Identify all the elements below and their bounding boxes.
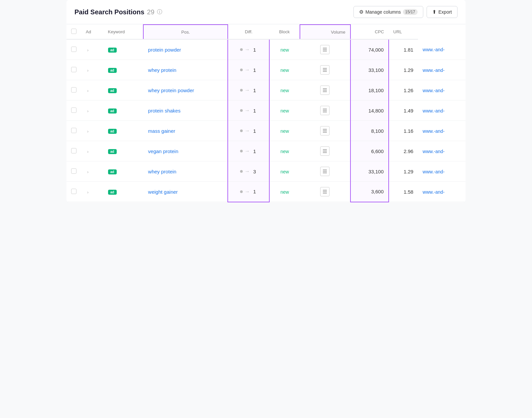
row-checkbox-cell	[66, 121, 81, 141]
expand-icon[interactable]: ›	[86, 128, 90, 134]
keyword-link[interactable]: whey protein	[148, 169, 176, 174]
block-icon	[320, 146, 330, 156]
row-volume: 18,100	[350, 80, 389, 101]
keyword-link[interactable]: weight gainer	[148, 189, 178, 195]
table-row: › ad mass gainer → 1 new	[66, 121, 466, 141]
svg-rect-18	[323, 169, 327, 170]
svg-rect-7	[323, 90, 327, 91]
row-ad-cell: ad	[103, 161, 144, 182]
expand-icon[interactable]: ›	[86, 148, 90, 155]
expand-icon[interactable]: ›	[86, 88, 90, 94]
pos-arrow: →	[245, 87, 250, 93]
expand-icon[interactable]: ›	[86, 189, 90, 195]
row-block	[300, 182, 350, 202]
row-keyword: whey protein powder	[143, 80, 228, 101]
row-volume: 6,600	[350, 141, 389, 161]
svg-rect-17	[323, 152, 327, 153]
svg-rect-14	[323, 132, 327, 133]
expand-icon[interactable]: ›	[86, 47, 90, 53]
header-pos: Pos.	[143, 25, 228, 39]
url-value[interactable]: www.-and-	[423, 88, 445, 93]
svg-rect-13	[323, 130, 327, 131]
row-ad-cell: ad	[103, 39, 144, 60]
select-all-checkbox[interactable]	[71, 29, 76, 34]
row-expand: ›	[81, 182, 103, 202]
svg-rect-12	[323, 129, 327, 130]
row-cpc: 1.49	[389, 101, 418, 121]
expand-icon[interactable]: ›	[86, 67, 90, 74]
row-expand: ›	[81, 80, 103, 101]
header-cpc: CPC	[350, 25, 389, 39]
row-checkbox[interactable]	[71, 148, 76, 153]
row-checkbox[interactable]	[71, 107, 76, 113]
export-button[interactable]: ⬆ Export	[427, 6, 458, 18]
volume-value: 33,100	[368, 67, 384, 73]
row-checkbox[interactable]	[71, 189, 76, 194]
diff-value: new	[281, 169, 289, 174]
keyword-link[interactable]: whey protein	[148, 67, 176, 73]
row-block	[300, 121, 350, 141]
row-cpc: 2.96	[389, 141, 418, 161]
row-expand: ›	[81, 141, 103, 161]
row-checkbox[interactable]	[71, 67, 76, 72]
export-icon: ⬆	[432, 9, 437, 15]
url-value[interactable]: www.-and-	[423, 169, 445, 174]
row-checkbox[interactable]	[71, 47, 76, 52]
expand-icon[interactable]: ›	[86, 169, 90, 175]
pos-arrow: →	[245, 189, 250, 195]
pos-number: 1	[252, 148, 257, 154]
url-value[interactable]: www.-and-	[423, 47, 445, 52]
keyword-link[interactable]: protein shakes	[148, 108, 181, 113]
diff-value: new	[281, 128, 289, 134]
info-icon[interactable]: ⓘ	[157, 9, 162, 16]
svg-rect-22	[323, 191, 327, 192]
keyword-link[interactable]: mass gainer	[148, 128, 175, 134]
pos-arrow: →	[245, 107, 250, 113]
volume-value: 3,600	[371, 189, 384, 194]
svg-rect-19	[323, 171, 327, 172]
url-value[interactable]: www.-and-	[423, 189, 445, 195]
svg-rect-21	[323, 190, 327, 191]
row-cpc: 1.29	[389, 161, 418, 182]
header-block: Block	[269, 25, 300, 39]
row-keyword: whey protein	[143, 60, 228, 80]
volume-value: 8,100	[371, 128, 384, 134]
svg-rect-15	[323, 149, 327, 150]
row-url: www.-and-	[418, 60, 466, 80]
table-row: › ad protein shakes → 1 new	[66, 101, 466, 121]
ad-badge: ad	[108, 108, 117, 113]
volume-value: 14,800	[368, 108, 384, 113]
cpc-value: 1.58	[404, 189, 413, 195]
cpc-value: 2.96	[404, 148, 413, 154]
url-value[interactable]: www.-and-	[423, 68, 445, 73]
table-row: › ad whey protein → 3 new	[66, 161, 466, 182]
row-diff: new	[269, 121, 300, 141]
header-diff: Diff.	[228, 25, 269, 39]
row-checkbox[interactable]	[71, 87, 76, 93]
keyword-link[interactable]: protein powder	[148, 47, 181, 53]
table-row: › ad vegan protein → 1 new	[66, 141, 466, 161]
pos-arrow: →	[245, 128, 250, 134]
pos-dot	[240, 190, 243, 193]
row-url: www.-and-	[418, 80, 466, 101]
svg-rect-23	[323, 193, 327, 194]
manage-columns-button[interactable]: ⚙ Manage columns 15/17	[353, 6, 423, 18]
svg-rect-9	[323, 108, 327, 109]
keyword-link[interactable]: whey protein powder	[148, 88, 194, 93]
pos-dot	[240, 150, 243, 152]
keyword-link[interactable]: vegan protein	[148, 148, 178, 154]
ad-badge: ad	[108, 169, 117, 174]
row-checkbox-cell	[66, 60, 81, 80]
row-checkbox[interactable]	[71, 168, 76, 174]
url-value[interactable]: www.-and-	[423, 128, 445, 134]
diff-value: new	[281, 189, 289, 195]
expand-icon[interactable]: ›	[86, 108, 90, 114]
url-value[interactable]: www.-and-	[423, 149, 445, 154]
manage-columns-badge: 15/17	[403, 9, 418, 15]
diff-value: new	[281, 88, 289, 93]
row-checkbox-cell	[66, 182, 81, 202]
ad-badge: ad	[108, 48, 117, 53]
row-checkbox[interactable]	[71, 128, 76, 133]
row-checkbox-cell	[66, 161, 81, 182]
url-value[interactable]: www.-and-	[423, 108, 445, 113]
